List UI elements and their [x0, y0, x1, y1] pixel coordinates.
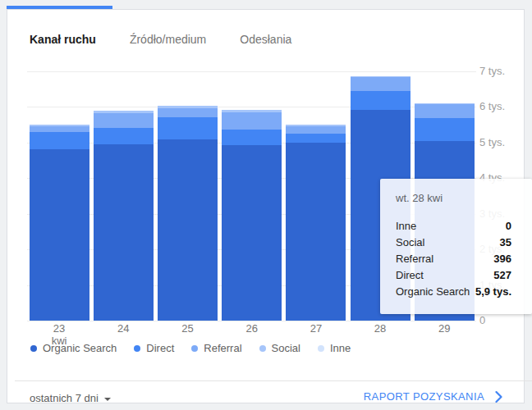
date-range-dropdown[interactable]: ostatnich 7 dni — [30, 392, 111, 404]
bar-segment-referral[interactable] — [286, 126, 346, 134]
legend-label: Organic Search — [43, 342, 117, 354]
bar-segment-direct[interactable] — [158, 117, 218, 139]
y-axis-tick-label: 5 tys. — [479, 136, 522, 149]
tooltip-row-social: Social 35 — [380, 235, 532, 250]
legend-item-referral: Referral — [188, 342, 245, 354]
acquisition-report-label: RAPORT POZYSKANIA — [364, 390, 484, 403]
bar-segment-direct[interactable] — [94, 128, 154, 144]
tooltip-value: 527 — [493, 267, 511, 283]
tab-odeslania[interactable]: Odesłania — [240, 33, 291, 46]
bar-segment-organic-search[interactable] — [94, 144, 154, 321]
legend-dot-icon — [134, 345, 140, 352]
bar-segment-organic-search[interactable] — [286, 143, 346, 321]
tabs-bar: Kanał ruchu Źródło/medium Odesłania — [30, 33, 291, 46]
x-axis-label: 24 — [99, 322, 148, 335]
bar-segment-direct[interactable] — [351, 91, 410, 110]
x-axis-label: 25 — [163, 322, 213, 335]
bar-segment-organic-search[interactable] — [222, 145, 282, 321]
legend-dot-icon — [259, 345, 266, 352]
legend-item-organic-search: Organic Search — [27, 342, 120, 354]
y-axis-tick-label: 6 tys. — [479, 100, 522, 113]
y-axis-tick-label: 0 — [479, 314, 522, 327]
bar-segment-social[interactable] — [222, 110, 282, 112]
bar-segment-direct[interactable] — [30, 132, 89, 149]
legend-dot-icon — [30, 345, 37, 352]
bar-segment-referral[interactable] — [30, 126, 89, 132]
tooltip-row-organic-search: Organic Search 5,9 tys. — [380, 284, 532, 299]
legend-dot-icon — [318, 345, 324, 352]
bar-segment-organic-search[interactable] — [30, 149, 89, 321]
tooltip-value: 5,9 tys. — [475, 284, 511, 299]
x-axis-label: 29 — [420, 322, 469, 335]
date-range-label: ostatnich 7 dni — [30, 392, 99, 404]
chart-tooltip: wt. 28 kwi Inne 0 Social 35 Referral 396… — [380, 179, 532, 314]
bar-segment-referral[interactable] — [351, 77, 410, 91]
acquisition-report-link[interactable]: RAPORT POZYSKANIA — [364, 390, 502, 403]
bar-segment-direct[interactable] — [415, 118, 475, 141]
gridline — [27, 71, 476, 72]
tooltip-value: 0 — [506, 218, 511, 234]
bar-segment-referral[interactable] — [415, 104, 475, 118]
tooltip-value: 35 — [500, 235, 511, 250]
card-top-accent-bar — [7, 6, 112, 9]
tooltip-label: Referral — [396, 251, 433, 266]
chevron-right-icon — [495, 391, 502, 403]
chart-legend: Organic SearchDirectReferralSocialInne — [27, 342, 354, 354]
bar-segment-referral[interactable] — [94, 113, 154, 128]
tooltip-label: Organic Search — [396, 284, 470, 299]
tooltip-row-direct: Direct 527 — [380, 267, 532, 283]
tooltip-label: Direct — [396, 267, 424, 283]
tooltip-date: wt. 28 kwi — [380, 192, 532, 204]
tab-kanal-ruchu[interactable]: Kanał ruchu — [30, 33, 96, 46]
tooltip-label: Social — [396, 235, 424, 250]
bar-segment-referral[interactable] — [222, 112, 282, 130]
tab-zrodlo-medium[interactable]: Źródło/medium — [130, 33, 206, 46]
legend-label: Referral — [204, 342, 241, 354]
legend-item-social: Social — [256, 342, 304, 354]
x-axis-label: 27 — [291, 322, 341, 335]
legend-label: Inne — [330, 342, 351, 354]
bar-segment-social[interactable] — [30, 125, 89, 126]
tooltip-row-inne: Inne 0 — [380, 218, 532, 234]
bar-segment-social[interactable] — [351, 76, 410, 78]
tooltip-label: Inne — [396, 218, 416, 234]
legend-item-direct: Direct — [131, 342, 177, 354]
tooltip-value: 396 — [493, 251, 511, 266]
bar-segment-referral[interactable] — [158, 108, 218, 117]
x-axis-label: 28 — [355, 322, 405, 335]
bar-segment-social[interactable] — [415, 103, 475, 104]
x-axis-label: 26 — [227, 322, 277, 335]
bar-segment-social[interactable] — [158, 106, 218, 108]
bar-segment-social[interactable] — [286, 125, 346, 126]
legend-label: Direct — [146, 342, 174, 354]
y-axis-tick-label: 7 tys. — [479, 65, 522, 78]
legend-item-inne: Inne — [314, 342, 354, 354]
legend-dot-icon — [191, 345, 198, 352]
gridline — [27, 321, 476, 321]
bar-segment-direct[interactable] — [286, 134, 346, 144]
bar-segment-social[interactable] — [94, 111, 154, 113]
tooltip-row-referral: Referral 396 — [380, 251, 532, 266]
caret-down-icon — [104, 398, 111, 401]
bar-segment-organic-search[interactable] — [158, 139, 218, 321]
legend-label: Social — [272, 342, 300, 354]
bar-segment-direct[interactable] — [222, 130, 282, 145]
